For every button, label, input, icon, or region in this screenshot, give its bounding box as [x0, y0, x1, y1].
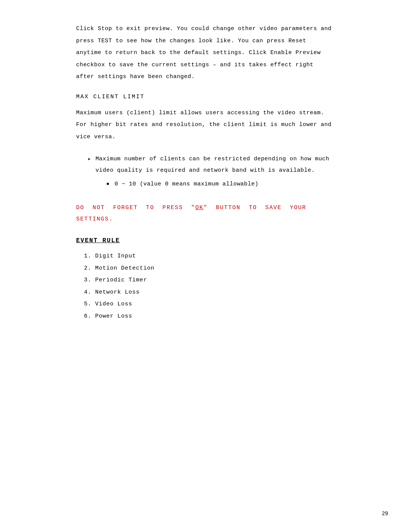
bullet-list-level1: ➤ Maximum number of clients can be restr…: [88, 153, 335, 190]
page-content: Click Stop to exit preview. You could ch…: [0, 0, 411, 532]
warning-settings-text: SETTINGS.: [76, 216, 113, 222]
list-item: Motion Detection: [95, 262, 335, 275]
square-icon: ■: [107, 180, 109, 188]
warning-line2: SETTINGS.: [76, 214, 335, 225]
bullet-item-1: ➤ Maximum number of clients can be restr…: [88, 153, 335, 176]
list-item: Digit Input: [95, 250, 335, 262]
list-item: Video Loss: [95, 298, 335, 310]
list-item: Periodic Timer: [95, 274, 335, 286]
bullet-item-1-text: Maximum number of clients can be restric…: [96, 153, 335, 176]
max-client-limit-heading: MAX CLIENT LIMIT: [76, 94, 335, 100]
arrow-icon: ➤: [88, 154, 91, 165]
page-number: 29: [382, 511, 388, 517]
event-rule-list: Digit Input Motion Detection Periodic Ti…: [88, 250, 335, 322]
warning-ok-text: OK: [195, 204, 204, 211]
intro-paragraph: Click Stop to exit preview. You could ch…: [76, 23, 335, 83]
bullet-item-2-text: 0 ~ 10 (value 0 means maximum allowable): [115, 179, 258, 190]
max-client-limit-paragraph: Maximum users (client) limit allows user…: [76, 107, 335, 143]
list-item: Power Loss: [95, 310, 335, 323]
bullet-item-2: ■ 0 ~ 10 (value 0 means maximum allowabl…: [107, 179, 335, 190]
warning-block: DO NOT FORGET TO PRESS "OK" BUTTON TO SA…: [76, 202, 335, 225]
warning-line1: DO NOT FORGET TO PRESS "OK" BUTTON TO SA…: [76, 202, 335, 214]
event-rule-heading: EVENT RULE: [76, 237, 335, 244]
warning-text-before-ok: DO NOT FORGET TO PRESS ": [76, 204, 195, 211]
list-item: Network Loss: [95, 286, 335, 299]
warning-text-after-ok: " BUTTON TO SAVE YOUR: [204, 204, 306, 211]
bullet-list-level2: ■ 0 ~ 10 (value 0 means maximum allowabl…: [107, 179, 335, 190]
